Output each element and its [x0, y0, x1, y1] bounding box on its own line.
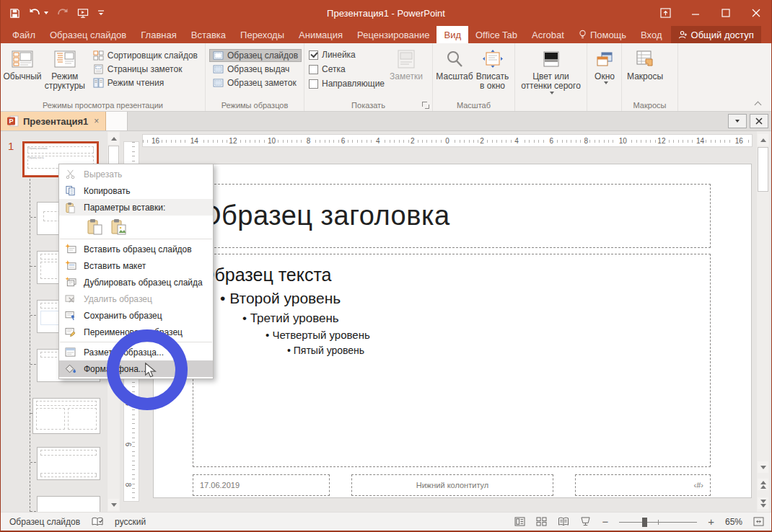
slide-sorter-button[interactable]: Сортировщик слайдов	[90, 50, 201, 61]
reading-view-icon[interactable]	[558, 517, 569, 526]
gridlines-checkbox[interactable]: Сетка	[309, 64, 385, 74]
layout-thumbnail[interactable]	[32, 398, 100, 434]
tab-animations[interactable]: Анимация	[291, 26, 350, 43]
group-presentation-views: Обычный Режим структуры Сортировщик слай…	[1, 43, 206, 111]
tab-office-tab[interactable]: Office Tab	[468, 26, 525, 43]
title-bar: Презентация1 - PowerPoint	[1, 0, 771, 26]
tab-transitions[interactable]: Переходы	[233, 26, 291, 43]
footer-placeholder[interactable]: Нижний колонтитул	[351, 474, 553, 496]
menu-item-duplicate-master[interactable]: Дублировать образец слайда	[59, 274, 213, 291]
ruler-number: 8	[583, 137, 590, 145]
customize-qat-icon[interactable]	[97, 9, 105, 17]
body-level-2: Второй уровень	[201, 288, 709, 309]
zoom-in-button[interactable]: +	[708, 516, 714, 527]
fit-to-window-button[interactable]: Вписать в окно	[473, 46, 512, 94]
menu-item-copy[interactable]: Копировать	[59, 182, 213, 199]
document-tab[interactable]: P Презентация1 ×	[1, 112, 106, 130]
document-tab-close-icon[interactable]: ×	[94, 116, 99, 126]
close-icon[interactable]	[741, 0, 771, 26]
title-placeholder[interactable]: Образец заголовка	[193, 184, 711, 248]
slide-sorter-icon[interactable]	[536, 517, 547, 526]
window-button[interactable]: Окно	[590, 46, 619, 87]
outline-view-button[interactable]: Режим структуры	[41, 46, 89, 94]
ruler-checkbox[interactable]: Линейка	[309, 50, 385, 60]
tab-share[interactable]: Общий доступ	[671, 26, 761, 43]
language-label[interactable]: русский	[115, 517, 146, 527]
date-placeholder[interactable]: 17.06.2019	[193, 474, 330, 496]
redo-icon	[57, 8, 69, 18]
fit-slide-to-window-icon[interactable]	[753, 517, 764, 526]
fit-to-window-icon	[483, 48, 503, 70]
slide-master-canvas[interactable]: Образец заголовка Образец текста Второй …	[154, 164, 751, 497]
dropdown-caret-icon	[604, 81, 608, 84]
ruler-number: 14	[189, 137, 200, 145]
thumbnail-scroll-up-icon[interactable]	[108, 133, 119, 144]
tab-slide-master[interactable]: Образец слайдов	[43, 26, 133, 43]
spellcheck-book-icon[interactable]	[92, 517, 103, 527]
handout-master-icon	[213, 65, 224, 74]
tab-help[interactable]: Помощь	[571, 26, 633, 43]
slide-master-button[interactable]: Образец слайдов	[210, 50, 301, 61]
undo-icon[interactable]	[29, 8, 48, 18]
undo-dropdown-icon[interactable]	[44, 12, 48, 14]
paste-use-destination-theme-icon[interactable]	[85, 217, 105, 236]
paste-as-picture-icon[interactable]	[109, 217, 128, 236]
next-slide-icon[interactable]	[758, 497, 768, 509]
color-grayscale-button[interactable]: Цвет или оттенки серого	[518, 46, 584, 97]
body-level-4: Четвертый уровень	[201, 327, 709, 343]
layout-thumbnail[interactable]	[37, 496, 100, 512]
zoom-percent-label[interactable]: 65%	[725, 517, 742, 527]
reading-view-button[interactable]: Режим чтения	[90, 77, 201, 89]
slide-sorter-icon	[93, 50, 104, 61]
layout-thumbnail[interactable]	[37, 447, 100, 480]
checkbox-icon	[309, 50, 318, 60]
tab-view[interactable]: Вид	[437, 26, 468, 43]
tab-acrobat[interactable]: Acrobat	[525, 26, 571, 43]
handout-master-button[interactable]: Образец выдач	[210, 63, 301, 75]
normal-view-button[interactable]: Обычный	[4, 46, 41, 84]
tab-list-dropdown-icon[interactable]	[728, 114, 747, 128]
group-master-views: Образец слайдов Образец выдач Образец за…	[206, 43, 304, 111]
ribbon-display-options-icon[interactable]	[650, 0, 680, 26]
guides-checkbox[interactable]: Направляющие	[309, 79, 385, 89]
master-layout-icon	[64, 346, 76, 358]
slideshow-icon[interactable]	[580, 517, 591, 526]
zoom-slider[interactable]	[619, 517, 697, 527]
menu-item-preserve-master[interactable]: Сохранить образец	[59, 307, 213, 324]
collapse-ribbon-icon[interactable]	[755, 100, 761, 107]
menu-item-insert-layout[interactable]: Вставить макет	[59, 257, 213, 274]
menu-item-insert-slide-master[interactable]: Вставить образец слайдов	[59, 241, 213, 257]
normal-view-icon[interactable]	[514, 517, 525, 526]
zoom-slider-thumb[interactable]	[642, 518, 647, 527]
zoom-button[interactable]: Масштаб	[436, 46, 473, 84]
menu-separator	[60, 239, 212, 239]
show-dialog-launcher-icon[interactable]	[421, 101, 429, 109]
vertical-scrollbar[interactable]	[757, 131, 770, 512]
tab-sign-in[interactable]: Вход	[633, 26, 669, 43]
save-icon[interactable]	[9, 8, 20, 19]
scroll-up-icon[interactable]	[758, 134, 768, 146]
preserve-master-icon	[64, 309, 76, 322]
body-placeholder[interactable]: Образец текста Второй уровень Третий уро…	[193, 254, 711, 467]
slide-number-placeholder[interactable]: ‹#›	[575, 474, 711, 496]
tab-close-icon[interactable]	[750, 114, 768, 128]
view-name-label[interactable]: Образец слайдов	[9, 517, 80, 527]
thumbnail-scroll-down-icon[interactable]	[108, 499, 119, 510]
maximize-icon[interactable]	[711, 0, 741, 26]
tab-home[interactable]: Главная	[133, 26, 183, 43]
minimize-icon[interactable]	[680, 0, 711, 26]
macros-button[interactable]: Макросы	[625, 46, 665, 84]
notes-button: Заметки	[387, 46, 425, 84]
scroll-down-icon[interactable]	[758, 461, 768, 473]
insert-slide-master-icon	[64, 243, 76, 255]
scrollbar-thumb[interactable]	[758, 147, 768, 192]
start-slideshow-icon[interactable]	[77, 8, 89, 19]
tab-review[interactable]: Рецензирование	[350, 26, 437, 43]
tab-insert[interactable]: Вставка	[184, 26, 233, 43]
previous-slide-icon[interactable]	[758, 479, 768, 490]
notes-page-button[interactable]: Страницы заметок	[90, 63, 201, 75]
zoom-out-button[interactable]: −	[602, 516, 608, 527]
tab-file[interactable]: Файл	[5, 26, 43, 43]
notes-master-button[interactable]: Образец заметок	[210, 77, 301, 89]
master-slide-number: 1	[8, 140, 14, 152]
